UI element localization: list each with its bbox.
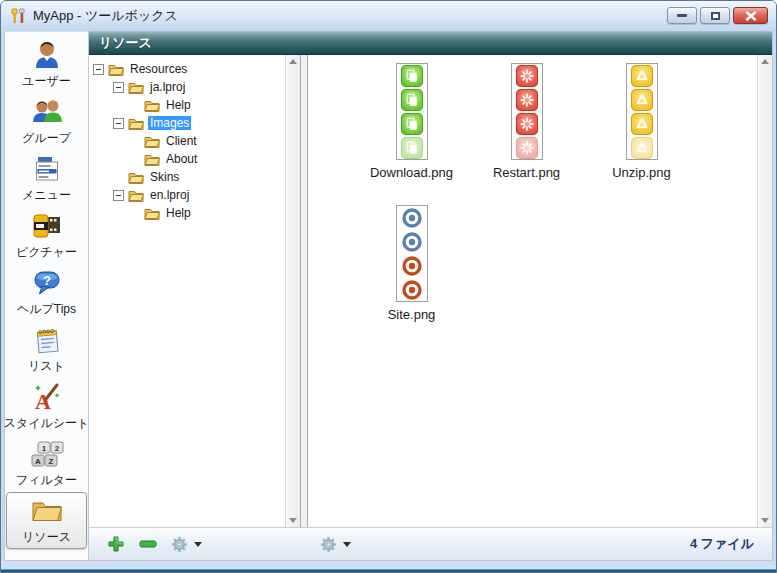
starburst-icon [516,89,538,111]
file-item-download[interactable]: Download.png [354,63,469,205]
image-strip [511,63,543,160]
tree-item-label-selected: Images [148,116,191,130]
file-item-unzip[interactable]: Unzip.png [584,63,699,205]
collapse-expander-icon[interactable] [113,118,124,129]
maximize-button[interactable] [700,7,730,24]
tree-item-label: Client [164,134,199,148]
bottom-toolbar: 4 ファイル [89,527,772,560]
svg-text:A: A [35,389,51,413]
main-panel: リソース Resources ja.lproj [89,31,773,561]
tree-item-label: ja.lproj [148,80,187,94]
file-name: Unzip.png [612,165,671,180]
scroll-down-icon[interactable] [289,518,297,523]
recycle-icon [631,89,653,111]
folder-icon [144,153,160,166]
folder-icon [144,207,160,220]
files-scrollbar[interactable] [757,55,772,527]
dropdown-caret-icon [343,542,351,547]
sidebar-item-resources[interactable]: リソース [6,492,87,549]
filter-keys-icon: 1 2 A Z [30,438,64,470]
folder-icon [128,81,144,94]
sidebar-item-label: メニュー [22,187,71,204]
sidebar-item-help-tips[interactable]: ? ヘルプTips [6,264,87,321]
file-name: Site.png [388,307,436,322]
tree-actions-button[interactable] [171,536,202,553]
sidebar-item-menu[interactable]: メニュー [6,150,87,207]
add-button[interactable] [107,535,125,553]
toolbox-app-icon [9,7,27,25]
panel-splitter[interactable] [301,55,308,527]
minimize-button[interactable] [667,7,697,24]
window-title: MyApp - ツールボックス [33,7,178,25]
tree-item-label: Help [164,206,193,220]
panel-title: リソース [99,34,152,52]
sidebar-item-picture[interactable]: ピクチャー [6,207,87,264]
files-actions-button[interactable] [320,536,351,553]
close-icon [745,11,757,21]
tree-item-en-lproj[interactable]: en.lproj [93,186,285,204]
scroll-down-icon[interactable] [761,518,769,523]
tree-item-help-en[interactable]: Help [93,204,285,222]
sidebar-item-stylesheet[interactable]: A スタイルシート [6,378,87,435]
folder-icon [128,171,144,184]
folder-icon [128,189,144,202]
scroll-up-icon[interactable] [761,59,769,64]
folder-icon [108,63,124,76]
film-roll-icon [30,210,64,242]
tree-item-label: Skins [148,170,181,184]
close-button[interactable] [733,7,768,24]
resource-tree-panel: Resources ja.lproj Help [89,55,301,527]
minus-icon [139,540,157,548]
sidebar-item-filter[interactable]: 1 2 A Z フィルター [6,435,87,492]
sidebar-item-label: リスト [28,358,65,375]
panel-header: リソース [89,31,772,55]
tree-item-label: Help [164,98,193,112]
tree-item-label: Resources [128,62,189,76]
tree-item-skins[interactable]: Skins [93,168,285,186]
collapse-expander-icon[interactable] [113,82,124,93]
tree-item-help[interactable]: Help [93,96,285,114]
folder-icon [128,117,144,130]
collapse-expander-icon[interactable] [93,64,104,75]
copy-pages-icon [401,113,423,135]
remove-button[interactable] [139,540,157,548]
window-frame-bottom [1,561,776,573]
tree-item-about[interactable]: About [93,150,285,168]
svg-text:Z: Z [48,457,53,466]
user-icon [30,39,64,71]
tree-item-ja-lproj[interactable]: ja.lproj [93,78,285,96]
file-item-restart[interactable]: Restart.png [469,63,584,205]
titlebar[interactable]: MyApp - ツールボックス [1,1,776,31]
scroll-up-icon[interactable] [289,59,297,64]
sidebar-item-user[interactable]: ユーザー [6,36,87,93]
copy-pages-icon [401,65,423,87]
recycle-icon [631,113,653,135]
copy-pages-icon [401,137,423,159]
app-window: MyApp - ツールボックス ユーザー [0,0,777,573]
tree-item-label: en.lproj [148,188,191,202]
menu-icon [30,153,64,185]
stylesheet-icon: A [30,381,64,413]
resource-tree: Resources ja.lproj Help [89,55,285,527]
group-icon [30,96,64,128]
svg-text:1: 1 [41,444,46,453]
sidebar-item-group[interactable]: グループ [6,93,87,150]
tree-scrollbar[interactable] [285,55,300,527]
file-name: Download.png [370,165,453,180]
folder-icon [144,135,160,148]
image-strip [396,205,428,302]
gear-icon [320,536,337,553]
help-bubble-icon: ? [30,267,64,299]
window-frame-edge [1,569,776,573]
sidebar-item-label: ユーザー [22,73,71,90]
window-controls [667,1,768,24]
sidebar-item-label: リソース [22,529,71,546]
file-item-site[interactable]: Site.png [354,205,469,347]
tree-item-images[interactable]: Images [93,114,285,132]
tree-item-client[interactable]: Client [93,132,285,150]
tree-item-resources[interactable]: Resources [93,60,285,78]
sidebar-item-list[interactable]: リスト [6,321,87,378]
maximize-icon [711,12,720,20]
collapse-expander-icon[interactable] [113,190,124,201]
target-ring-icon [401,231,423,253]
